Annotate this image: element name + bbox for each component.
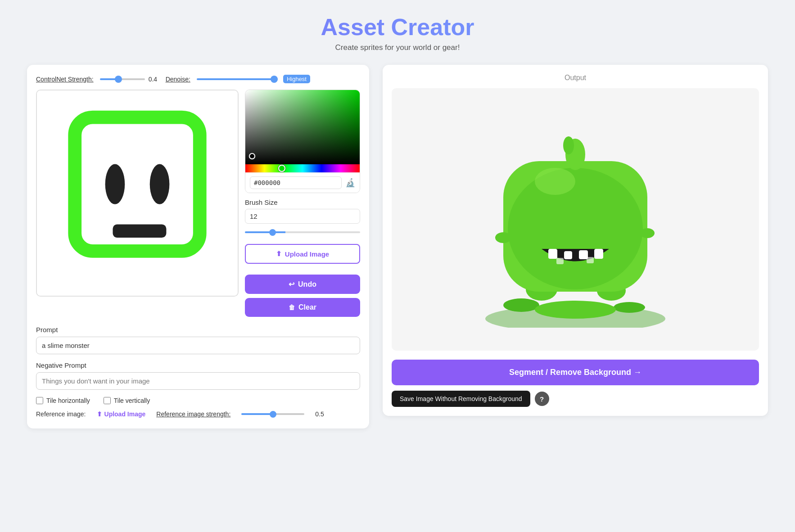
page-subtitle: Create sprites for your world or gear! [27,43,768,52]
tile-v-label: Tile vertically [114,397,150,404]
svg-rect-28 [556,258,564,264]
svg-rect-29 [587,257,594,263]
ref-upload-button[interactable]: Upload Image [97,410,146,418]
svg-point-7 [614,302,645,313]
help-icon: ? [540,395,544,403]
svg-point-30 [495,232,511,243]
save-no-bg-button[interactable]: Save Image Without Removing Background [392,391,530,407]
color-gradient-cursor [249,153,255,159]
denoise-slider-wrap: Highest [197,75,310,83]
prompt-input[interactable] [36,337,360,354]
color-tools: 🔬 Brush Size Upload Image [245,90,360,317]
ref-upload-label: Upload Image [104,410,146,418]
controlnet-slider[interactable] [100,78,145,80]
svg-rect-4 [113,224,166,238]
svg-point-31 [640,228,655,238]
upload-icon [276,250,282,258]
checkboxes-row: Tile horizontally Tile vertically [36,397,360,404]
svg-rect-25 [564,251,572,259]
tile-h-checkbox[interactable] [36,397,43,404]
output-image-area [392,88,759,351]
hue-cursor [278,165,285,172]
undo-button[interactable]: Undo [245,275,360,294]
color-gradient[interactable] [245,90,360,164]
denoise-label: Denoise: [166,76,190,83]
clear-label: Clear [298,303,316,311]
page-title-block: Asset Creator [27,14,768,41]
upload-image-label: Upload Image [285,250,329,258]
undo-icon [289,280,294,289]
brush-size-slider[interactable] [245,231,360,233]
hex-input[interactable] [250,176,342,189]
svg-point-2 [105,164,125,204]
color-picker[interactable]: 🔬 [245,90,360,193]
controls-row: ControlNet Strength: 0.4 Denoise: Highes… [36,75,360,83]
svg-point-6 [503,298,539,312]
svg-rect-24 [548,249,557,259]
svg-point-8 [535,301,616,319]
tile-v-checkbox-item[interactable]: Tile vertically [104,397,150,404]
ref-strength-label: Reference image strength: [156,410,230,418]
output-label: Output [392,74,759,82]
svg-point-3 [150,164,170,204]
ref-image-label: Reference image: [36,410,86,418]
app-title: Asset Creator [27,14,768,41]
left-panel: ControlNet Strength: 0.4 Denoise: Highes… [27,65,369,428]
upload-image-button[interactable]: Upload Image [245,244,360,264]
svg-point-15 [563,136,574,154]
prompt-label: Prompt [36,326,360,334]
negative-prompt-input[interactable] [36,372,360,390]
save-row: Save Image Without Removing Background ? [392,391,759,407]
action-buttons: Undo Clear [245,275,360,317]
denoise-value: Highest [283,75,310,83]
svg-point-12 [508,168,643,289]
brush-section: Brush Size [245,198,360,235]
svg-point-13 [535,168,575,195]
ref-upload-icon [97,410,102,418]
negative-prompt-label: Negative Prompt [36,361,360,369]
tile-h-checkbox-item[interactable]: Tile horizontally [36,397,90,404]
save-no-bg-label: Save Image Without Removing Background [400,395,522,402]
trash-icon [289,303,295,311]
ref-image-row: Reference image: Upload Image Reference … [36,410,360,418]
hue-bar[interactable] [245,164,360,172]
svg-rect-27 [594,249,603,259]
denoise-slider[interactable] [197,78,278,80]
eyedropper-button[interactable]: 🔬 [345,178,355,188]
clear-button[interactable]: Clear [245,298,360,317]
segment-label: Segment / Remove Background → [509,368,641,377]
ref-strength-slider[interactable] [241,413,304,415]
tile-v-checkbox[interactable] [104,397,111,404]
brush-size-input[interactable] [245,209,360,224]
controlnet-value: 0.4 [149,76,159,83]
tile-h-label: Tile horizontally [46,397,90,404]
svg-rect-26 [579,250,588,259]
prompt-section: Prompt Negative Prompt [36,326,360,390]
hex-row: 🔬 [245,172,360,193]
canvas-color-row: 🔬 Brush Size Upload Image [36,90,360,317]
controlnet-slider-wrap: 0.4 [100,76,159,83]
controlnet-label: ControlNet Strength: [36,76,94,83]
right-panel: Output [383,65,768,416]
drawing-canvas[interactable] [36,90,239,297]
help-button[interactable]: ? [535,392,549,406]
segment-button[interactable]: Segment / Remove Background → [392,360,759,385]
undo-label: Undo [298,280,316,289]
ref-strength-value: 0.5 [315,410,324,418]
brush-label: Brush Size [245,198,360,206]
